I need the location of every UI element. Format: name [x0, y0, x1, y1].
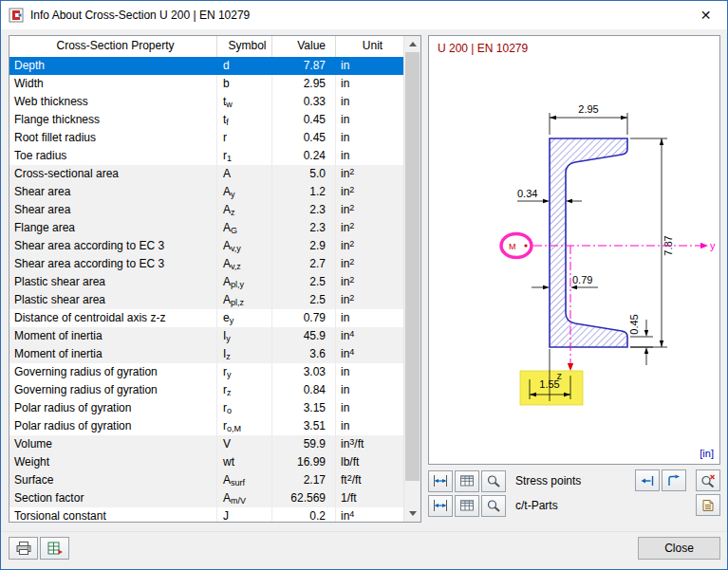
table-row[interactable]: Moment of inertiaIy45.9in4 [9, 327, 404, 345]
table-row[interactable]: Flange thicknesstf0.45in [9, 111, 404, 129]
scroll-up-icon[interactable] [404, 36, 420, 52]
stress-zoom-button[interactable] [481, 470, 506, 492]
header-property: Cross-Section Property [9, 36, 217, 57]
cell-symbol: AG [217, 219, 272, 237]
cell-unit: in [336, 111, 404, 129]
cell-unit: in [336, 75, 404, 93]
table-row[interactable]: Root fillet radiusr0.45in [9, 129, 404, 147]
cell-property: Polar radius of gyration [9, 417, 217, 435]
cell-symbol: b [217, 75, 272, 93]
table-row[interactable]: Widthb2.95in [9, 75, 404, 93]
dim-flange-text: 0.45 [628, 314, 640, 334]
cell-property: Depth [9, 57, 217, 75]
table-row[interactable]: Toe radiusr10.24in [9, 147, 404, 165]
table-row[interactable]: Shear area according to EC 3Av,z2.7in2 [9, 255, 404, 273]
dim-web-text: 0.34 [517, 188, 537, 199]
cell-value: 3.6 [272, 345, 336, 363]
dim-shear-center-distance: 1.55 [520, 349, 583, 405]
dim-width [550, 113, 627, 135]
stress-points-label: Stress points [515, 474, 581, 487]
units-note: [in] [700, 448, 714, 459]
cell-value: 0.45 [272, 129, 336, 147]
table-row[interactable]: Flange areaAG2.3in2 [9, 219, 404, 237]
table-row[interactable]: Governing radius of gyrationrz0.84in [9, 381, 404, 399]
cell-property: Toe radius [9, 147, 217, 165]
cell-property: Distance of centroidal axis z-z [9, 309, 217, 327]
zoom-icon [486, 474, 501, 487]
manual-button[interactable] [696, 494, 720, 516]
table-row[interactable]: Plastic shear areaApl,y2.5in2 [9, 273, 404, 291]
cell-value: 59.9 [272, 435, 336, 453]
table-row[interactable]: Polar radius of gyrationro,M3.51in [9, 417, 404, 435]
cell-symbol: ry [217, 363, 272, 381]
cell-unit: in [336, 93, 404, 111]
cell-unit: in [336, 57, 404, 75]
rotate-view-button[interactable] [662, 469, 686, 491]
ct-dimension-button[interactable] [428, 495, 453, 517]
table-row[interactable]: Distance of centroidal axis z-zey0.79in [9, 309, 404, 327]
table-row[interactable]: Depthd7.87in [9, 57, 404, 75]
flip-view-button[interactable] [635, 469, 660, 491]
cell-unit: in2 [336, 201, 404, 219]
table-row[interactable]: VolumeV59.9in3/ft [9, 435, 404, 453]
export-button[interactable] [40, 537, 69, 560]
cell-unit: in4 [336, 345, 404, 363]
cell-value: 3.03 [272, 363, 336, 381]
cell-unit: in [336, 147, 404, 165]
table-row[interactable]: Governing radius of gyrationry3.03in [9, 363, 404, 381]
cell-unit: in4 [336, 327, 404, 345]
table-row[interactable]: Weightwt16.99lb/ft [9, 453, 404, 471]
table-scrollbar[interactable] [403, 36, 420, 522]
axis-z-label: z [557, 370, 563, 381]
close-button[interactable]: Close [638, 537, 720, 560]
cell-property: Shear area according to EC 3 [9, 237, 217, 255]
header-symbol: Symbol [217, 36, 272, 57]
stress-dimension-button[interactable] [428, 470, 453, 492]
ct-zoom-button[interactable] [481, 495, 506, 517]
cell-value: 2.5 [272, 291, 336, 309]
table-row[interactable]: Shear areaAy1.2in2 [9, 183, 404, 201]
cell-symbol: d [217, 57, 272, 75]
cell-value: 3.51 [272, 417, 336, 435]
zoom-reset-button[interactable] [696, 469, 720, 491]
table-row[interactable]: Section factorAm/V62.5691/ft [9, 489, 404, 507]
manual-icon [700, 499, 716, 512]
table-row[interactable]: Plastic shear areaApl,z2.5in2 [9, 291, 404, 309]
cell-property: Shear area [9, 183, 217, 201]
cell-property: Torsional constant [9, 507, 217, 522]
scroll-down-icon[interactable] [404, 506, 420, 522]
ct-table-button[interactable] [455, 495, 479, 517]
stress-table-button[interactable] [455, 470, 479, 492]
drawing-panel[interactable]: U 200 | EN 10279 2.95 7.87 [428, 35, 720, 465]
table-row[interactable]: Web thicknesstw0.33in [9, 93, 404, 111]
cell-property: Surface [9, 471, 217, 489]
table-row[interactable]: Shear area according to EC 3Av,y2.9in2 [9, 237, 404, 255]
cell-symbol: J [217, 507, 272, 522]
cell-value: 1.2 [272, 183, 336, 201]
table-row[interactable]: Shear areaAz2.3in2 [9, 201, 404, 219]
cell-property: Plastic shear area [9, 291, 217, 309]
drawing-caption: U 200 | EN 10279 [438, 42, 529, 55]
table-row[interactable]: Torsional constantJ0.2in4 [9, 507, 404, 522]
table-row[interactable]: Cross-sectional areaA5.0in2 [9, 165, 404, 183]
table-row[interactable]: Moment of inertiaIz3.6in4 [9, 345, 404, 363]
cell-value: 2.95 [272, 75, 336, 93]
cell-unit: in [336, 363, 404, 381]
cell-symbol: rz [217, 381, 272, 399]
cell-property: Volume [9, 435, 217, 453]
scrollbar-thumb[interactable] [405, 52, 420, 481]
cell-value: 0.33 [272, 93, 336, 111]
stress-points-toolbar: Stress points [428, 469, 720, 492]
cell-symbol: ro [217, 399, 272, 417]
table-row[interactable]: SurfaceAsurf2.17ft2/ft [9, 471, 404, 489]
cell-value: 3.15 [272, 399, 336, 417]
print-button[interactable] [9, 537, 38, 560]
info-dialog: Info About Cross-Section U 200 | EN 1027… [0, 0, 728, 570]
cell-property: Moment of inertia [9, 327, 217, 345]
cell-property: Governing radius of gyration [9, 381, 217, 399]
table-row[interactable]: Polar radius of gyrationro3.15in [9, 399, 404, 417]
cell-unit: in [336, 381, 404, 399]
cell-unit: in4 [336, 507, 404, 522]
close-icon[interactable]: ✕ [684, 1, 727, 29]
cell-symbol: Av,z [217, 255, 272, 273]
